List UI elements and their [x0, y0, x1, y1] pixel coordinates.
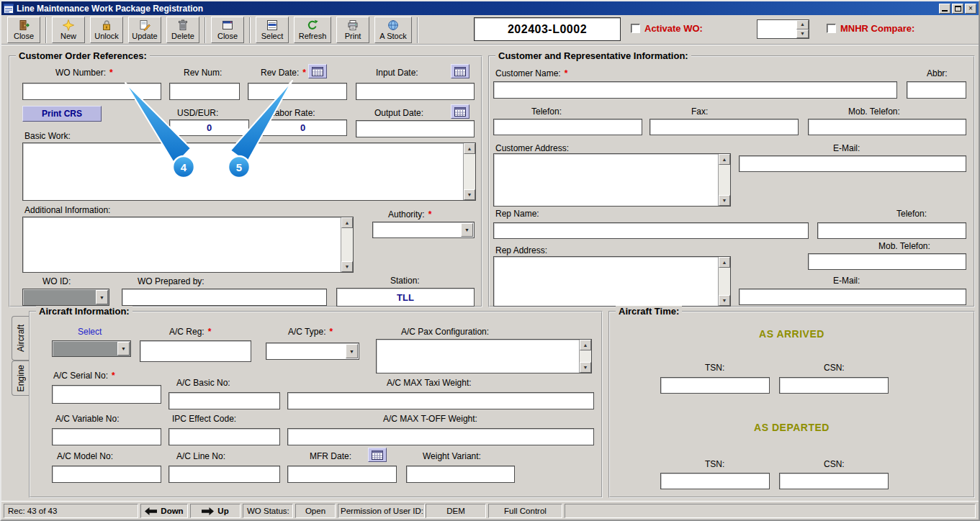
toolbar-button-label: Delete — [171, 32, 194, 40]
ac-model-no-input[interactable] — [52, 466, 161, 483]
toolbar-button-update[interactable]: Update — [128, 17, 161, 43]
toolbar-button-delete[interactable]: Delete — [166, 17, 199, 43]
toolbar-button-a-stock[interactable]: A Stock — [374, 17, 412, 43]
ac-type-combo[interactable]: ▼ — [266, 343, 359, 360]
dropdown-icon[interactable]: ▼ — [346, 344, 358, 358]
ipc-effect-code-input[interactable] — [168, 428, 280, 445]
dropdown-icon[interactable]: ▼ — [117, 342, 130, 355]
tsn-departed-input[interactable] — [660, 473, 770, 489]
rev-date-calendar-button[interactable] — [308, 64, 327, 78]
weight-variant-input[interactable] — [406, 466, 515, 483]
rep-telefon-input[interactable] — [817, 222, 966, 239]
print-crs-button[interactable]: Print CRS — [22, 106, 102, 122]
rep-mob-telefon-input[interactable] — [808, 253, 966, 270]
max-taxi-weight-input[interactable] — [287, 392, 594, 409]
usd-eur-input[interactable] — [169, 119, 249, 136]
wo-number-input[interactable] — [22, 83, 161, 100]
output-date-calendar-button[interactable] — [451, 104, 469, 119]
pax-configuration-text[interactable] — [377, 340, 579, 373]
aircraft-select-combo[interactable]: ▼ — [52, 340, 131, 357]
ac-serial-no-input[interactable] — [52, 385, 161, 404]
scroll-down-icon[interactable]: ▼ — [464, 189, 475, 200]
minimize-button[interactable] — [939, 4, 950, 14]
ac-line-no-input[interactable] — [168, 466, 280, 483]
scroll-down-icon[interactable]: ▼ — [719, 195, 730, 206]
labor-rate-input[interactable] — [259, 119, 347, 136]
toolbar-button-print[interactable]: Print — [336, 17, 369, 43]
restore-button[interactable] — [952, 4, 963, 14]
csn-departed-input[interactable] — [779, 473, 889, 489]
fax-input[interactable] — [649, 119, 799, 135]
scrollbar[interactable]: ▲ ▼ — [718, 154, 730, 206]
dropdown-icon[interactable]: ▼ — [461, 223, 473, 237]
wo-id-combo[interactable]: ▼ — [22, 289, 109, 306]
tab-engine[interactable]: Engine — [12, 361, 29, 396]
scroll-up-icon[interactable]: ▲ — [719, 257, 730, 268]
scrollbar[interactable]: ▲ ▼ — [718, 257, 730, 306]
scroll-up-icon[interactable]: ▲ — [719, 154, 730, 165]
title-bar[interactable]: Line Maintenance Work Package Registrati… — [1, 1, 979, 15]
authority-combo[interactable]: ▼ — [372, 222, 475, 238]
rev-num-input[interactable] — [169, 83, 240, 100]
scrollbar[interactable]: ▲ ▼ — [341, 217, 353, 272]
abbr-input[interactable] — [907, 81, 966, 99]
scroll-up-icon[interactable]: ▲ — [580, 340, 591, 350]
activate-wo-checkbox[interactable] — [631, 24, 640, 33]
scroll-up-icon[interactable]: ▲ — [341, 217, 353, 228]
tsn-arrived-input[interactable] — [660, 377, 770, 394]
spinner-input[interactable] — [758, 20, 796, 38]
record-up-button[interactable]: Up — [190, 504, 240, 518]
scroll-down-icon[interactable]: ▼ — [341, 261, 353, 272]
scrollbar[interactable]: ▲ ▼ — [579, 340, 591, 373]
rev-date-input[interactable] — [248, 83, 347, 100]
basic-work-textarea[interactable]: ▲ ▼ — [22, 142, 476, 201]
toolbar-button-new[interactable]: New — [52, 17, 85, 43]
csn-arrived-input[interactable] — [779, 377, 889, 394]
spinner-up-icon[interactable]: ▲ — [796, 20, 809, 30]
mfr-date-input[interactable] — [287, 466, 397, 483]
mob-telefon-input[interactable] — [808, 119, 966, 135]
wo-prepared-by-input[interactable] — [122, 289, 327, 306]
customer-address-text[interactable] — [494, 154, 718, 206]
tab-aircraft[interactable]: Aircraft — [12, 316, 29, 361]
dropdown-icon[interactable]: ▼ — [96, 290, 108, 304]
scroll-up-icon[interactable]: ▲ — [464, 143, 475, 154]
additional-information-textarea[interactable]: ▲ ▼ — [22, 217, 354, 273]
mfr-date-calendar-button[interactable] — [368, 448, 387, 462]
rep-address-text[interactable] — [494, 257, 718, 306]
output-date-input[interactable] — [356, 120, 475, 137]
additional-information-text[interactable] — [23, 217, 341, 272]
rep-email-label: E-Mail: — [833, 276, 860, 286]
ac-variable-no-input[interactable] — [52, 428, 161, 445]
ac-reg-input[interactable] — [140, 340, 251, 362]
pax-configuration-textarea[interactable]: ▲ ▼ — [376, 339, 592, 373]
toolbar-button-select[interactable]: Select — [256, 17, 289, 43]
close-window-button[interactable]: × — [965, 4, 976, 14]
scrollbar[interactable]: ▲ ▼ — [463, 143, 475, 200]
scroll-down-icon[interactable]: ▼ — [580, 362, 591, 373]
select-label[interactable]: Select — [78, 327, 102, 337]
email-input[interactable] — [739, 155, 966, 172]
scroll-down-icon[interactable]: ▼ — [719, 295, 730, 306]
toolbar-button-label: Update — [132, 32, 157, 40]
basic-work-text[interactable] — [23, 143, 463, 200]
input-date-calendar-button[interactable] — [451, 64, 469, 78]
customer-address-textarea[interactable]: ▲ ▼ — [493, 153, 731, 207]
permission-label: Permission of User ID: — [338, 504, 425, 518]
input-date-label: Input Date: — [376, 68, 418, 78]
rep-name-input[interactable] — [493, 222, 809, 239]
toolbar-button-unlock[interactable]: Unlock — [90, 17, 123, 43]
rep-email-input[interactable] — [739, 289, 966, 305]
rep-address-textarea[interactable]: ▲ ▼ — [493, 256, 731, 307]
toolbar-button-refresh[interactable]: Refresh — [294, 17, 331, 43]
toolbar-button-close-form[interactable]: Close — [211, 17, 244, 43]
input-date-input[interactable] — [356, 83, 475, 100]
customer-name-input[interactable] — [493, 81, 897, 99]
telefon-input[interactable] — [493, 119, 642, 135]
spinner-down-icon[interactable]: ▼ — [796, 30, 809, 39]
max-toff-weight-input[interactable] — [287, 428, 594, 445]
mnhr-compare-checkbox[interactable] — [827, 24, 836, 33]
record-down-button[interactable]: Down — [140, 504, 188, 518]
ac-basic-no-input[interactable] — [168, 392, 280, 409]
toolbar-button-close[interactable]: Close — [7, 17, 40, 43]
